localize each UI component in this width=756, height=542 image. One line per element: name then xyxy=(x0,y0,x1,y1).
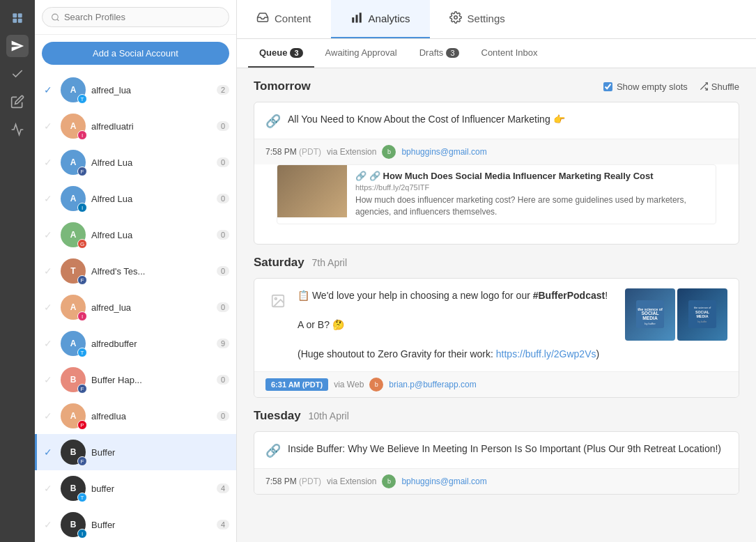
profile-name-alfredluatri_ig: alfredluatri xyxy=(91,121,211,132)
check-buffer_li: ✓ xyxy=(44,519,55,530)
analytics-tab-label: Analytics xyxy=(369,13,410,24)
check-alfredbuffer_tw: ✓ xyxy=(44,338,55,349)
shuffle-button[interactable]: Shuffle xyxy=(699,82,739,92)
check-alfredlua_pi: ✓ xyxy=(44,410,55,421)
check-tasks-icon[interactable] xyxy=(6,63,29,85)
profile-count-alfredluatri_ig: 0 xyxy=(217,121,229,131)
profile-name-buffer_tw: buffer xyxy=(91,483,211,494)
social-badge-buffer_hap_fb: F xyxy=(77,384,87,394)
profile-item-alfredlua_pi[interactable]: ✓ A P alfredlua 0 xyxy=(35,398,236,434)
search-input-wrap[interactable] xyxy=(42,7,229,27)
tab-content[interactable]: Content xyxy=(237,0,331,38)
profile-count-alfreds_tes_fb: 0 xyxy=(217,266,229,276)
show-empty-label[interactable]: Show empty slots xyxy=(603,82,688,92)
tuesday-title: Tuesday 10th April xyxy=(254,409,349,423)
post-text-1: All You Need to Know About the Cost of I… xyxy=(288,112,727,127)
check-alfredluatri_ig: ✓ xyxy=(44,121,55,132)
profile-item-alfred_lua_li[interactable]: ✓ A I Alfred Lua 0 xyxy=(35,180,236,217)
profile-name-alfred_lua_tw: alfred_lua xyxy=(91,85,211,95)
profile-name-alfredlua_pi: alfredlua xyxy=(91,411,211,421)
content-stack-icon xyxy=(256,11,269,26)
settings-gear-icon xyxy=(449,11,462,26)
profile-item-alfred_lua_fb[interactable]: ✓ A F Alfred Lua 0 xyxy=(35,144,236,180)
add-social-account-button[interactable]: Add a Social Account xyxy=(42,42,229,65)
podcast-img-1: the science of SOCIAL MEDIA by buffer xyxy=(625,288,675,341)
shuffle-icon xyxy=(699,82,709,91)
check-alfred_lua_fb: ✓ xyxy=(44,157,55,168)
drafts-label: Drafts xyxy=(419,47,444,58)
profile-item-buffer_main[interactable]: ✓ B F Buffer xyxy=(35,434,236,470)
preview-title-1: 🔗 🔗 How Much Does Social Media Influence… xyxy=(355,171,707,181)
post-source-3: via Extension xyxy=(327,477,376,486)
profile-item-alfreds_tes_fb[interactable]: ✓ T F Alfred's Tes... 0 xyxy=(35,253,236,289)
preview-url-1: https://buff.ly/2q75ITF xyxy=(355,183,707,192)
post-row-1: 🔗 All You Need to Know About the Cost of… xyxy=(254,102,739,139)
profile-item-buffer_li[interactable]: ✓ B I Buffer 4 xyxy=(35,506,236,542)
svg-rect-7 xyxy=(355,15,357,22)
profile-count-alfred_lua_tw: 2 xyxy=(217,85,229,95)
sub-tab-inbox[interactable]: Content Inbox xyxy=(470,39,549,68)
send-icon[interactable] xyxy=(6,35,29,57)
avatar-buffer_tw: B T xyxy=(61,476,86,501)
profile-name-alfred_lua_li: Alfred Lua xyxy=(91,194,211,204)
podcast-images: the science of SOCIAL MEDIA by buffer th… xyxy=(625,288,727,362)
check-alfred_lua_li: ✓ xyxy=(44,193,55,204)
svg-rect-3 xyxy=(18,19,22,23)
source-2: via Web xyxy=(334,380,364,389)
avatar-alfredluatri_ig: A I xyxy=(61,114,86,139)
social-badge-buffer_li: I xyxy=(77,529,87,539)
post-source-1: via Extension xyxy=(327,147,376,157)
saturday-section-header: Saturday 7th April xyxy=(254,256,739,270)
profile-item-alfredbuffer_tw[interactable]: ✓ A T alfredbuffer 9 xyxy=(35,325,236,362)
profile-list: ✓ A T alfred_lua 2 ✓ A I alfredluatri 0 … xyxy=(35,72,236,542)
user-avatar-1: b xyxy=(382,145,396,159)
avatar-buffer_hap_fb: B F xyxy=(61,367,86,392)
check-alfred_lua_g: ✓ xyxy=(44,229,55,240)
edit-icon[interactable] xyxy=(6,91,29,113)
social-badge-alfred_lua_fb: F xyxy=(77,167,87,176)
sub-tab-drafts[interactable]: Drafts 3 xyxy=(408,39,470,68)
user-avatar-2: b xyxy=(369,378,383,392)
tab-analytics[interactable]: Analytics xyxy=(331,0,430,38)
buffer-logo-icon[interactable] xyxy=(6,7,29,29)
show-empty-checkbox[interactable] xyxy=(603,82,612,91)
sub-tab-queue[interactable]: Queue 3 xyxy=(248,39,314,68)
profile-item-alfred_lua_ig2[interactable]: ✓ A I alfred_lua 0 xyxy=(35,289,236,325)
svg-point-9 xyxy=(454,16,457,20)
profile-item-buffer_hap_fb[interactable]: ✓ B F Buffer Hap... 0 xyxy=(35,362,236,398)
profile-count-alfred_lua_li: 0 xyxy=(217,194,229,203)
nav-bar xyxy=(0,0,35,542)
tab-settings[interactable]: Settings xyxy=(430,0,525,38)
tuesday-section-header: Tuesday 10th April xyxy=(254,409,739,423)
search-icon xyxy=(51,13,60,22)
analytics-bar-icon xyxy=(350,11,363,26)
svg-line-5 xyxy=(57,19,59,20)
post-text-2: 📋 We'd love your help in choosing a new … xyxy=(298,288,618,362)
post-user-3: bphuggins@gmail.com xyxy=(401,477,486,486)
analytics-nav-icon[interactable] xyxy=(6,118,29,141)
svg-rect-8 xyxy=(359,13,361,22)
link-preview-info-1: 🔗 🔗 How Much Does Social Media Influence… xyxy=(347,165,716,224)
svg-rect-0 xyxy=(13,13,17,17)
link-preview-1: 🔗 🔗 How Much Does Social Media Influence… xyxy=(277,164,716,224)
social-badge-alfredlua_pi: P xyxy=(77,420,87,430)
social-media-img-icon: the science of SOCIAL MEDIA by buffer xyxy=(636,300,664,328)
svg-text:MEDIA: MEDIA xyxy=(696,314,708,318)
profile-item-alfred_lua_g[interactable]: ✓ A G Alfred Lua 0 xyxy=(35,217,236,253)
post-time-1: 7:58 PM (PDT) xyxy=(265,147,321,157)
social-badge-alfredluatri_ig: I xyxy=(77,130,87,140)
check-alfred_lua_ig2: ✓ xyxy=(44,302,55,313)
awaiting-label: Awaiting Approval xyxy=(325,47,397,58)
search-input[interactable] xyxy=(64,12,220,22)
profile-item-alfredluatri_ig[interactable]: ✓ A I alfredluatri 0 xyxy=(35,108,236,144)
profile-item-alfred_lua_tw[interactable]: ✓ A T alfred_lua 2 xyxy=(35,72,236,108)
post-row-2: 📋 We'd love your help in choosing a new … xyxy=(254,279,739,371)
svg-rect-2 xyxy=(13,19,17,23)
drafts-count: 3 xyxy=(446,48,458,58)
sub-tab-awaiting[interactable]: Awaiting Approval xyxy=(314,39,408,68)
svg-point-13 xyxy=(275,297,277,300)
check-alfreds_tes_fb: ✓ xyxy=(44,265,55,277)
profile-count-alfredlua_pi: 0 xyxy=(217,411,229,421)
post-user-2: brian.p@bufferapp.com xyxy=(389,380,476,389)
profile-item-buffer_tw[interactable]: ✓ B T buffer 4 xyxy=(35,470,236,506)
